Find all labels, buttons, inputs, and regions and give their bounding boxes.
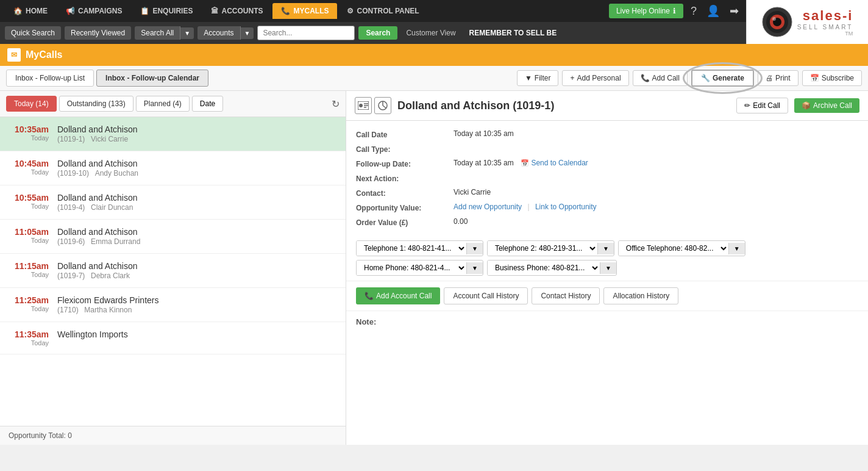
nav-item-campaigns[interactable]: 📢 CAMPAIGNS (57, 3, 130, 19)
send-to-calendar-link[interactable]: Send to Calendar (531, 159, 588, 167)
filter-tab-outstanding[interactable]: Outstanding (133) (59, 96, 133, 112)
search-all-arrow[interactable]: ▼ (180, 27, 194, 39)
call-date: Today (9, 305, 49, 312)
filter-tab-date[interactable]: Date (192, 96, 223, 112)
quick-search-button[interactable]: Quick Search (5, 26, 61, 40)
call-item[interactable]: 10:45am Today Dolland and Atchison (1019… (0, 151, 346, 185)
phone-dropdowns: Telephone 1: 480-821-41... ▼ Telephone 2… (346, 235, 868, 281)
call-item[interactable]: 11:35am Today Wellington Imports (0, 322, 346, 354)
accounts-arrow[interactable]: ▼ (241, 27, 254, 39)
forward-icon[interactable]: ➡ (727, 2, 741, 20)
nav-item-controlpanel[interactable]: ⚙ CONTROL PANEL (338, 3, 427, 19)
call-id: (1710) (57, 306, 79, 314)
call-date: Today (9, 203, 49, 210)
tab-inbox-followup-list[interactable]: Inbox - Follow-up List (6, 70, 94, 87)
call-date: Today (9, 168, 49, 176)
call-time: 11:35am (9, 329, 49, 339)
telephone1-select-wrap: Telephone 1: 480-821-41... ▼ (356, 240, 483, 256)
home-phone-arrow[interactable]: ▼ (466, 262, 483, 274)
account-graph-icon[interactable] (374, 97, 391, 114)
call-list: 10:35am Today Dolland and Atchison (1019… (0, 117, 346, 426)
nav-item-enquiries[interactable]: 📋 ENQUIRIES (132, 3, 201, 19)
opportunity-total: Opportunity Total: 0 (0, 426, 346, 445)
telephone2-select[interactable]: Telephone 2: 480-219-31... (488, 241, 597, 256)
account-card-icon[interactable] (355, 97, 372, 114)
user-icon[interactable]: 👤 (704, 2, 722, 20)
add-account-call-icon: 📞 (365, 292, 374, 300)
logo-area: sales-i SELL SMART TM (746, 0, 868, 44)
add-new-opportunity-link[interactable]: Add new Opportunity (454, 203, 522, 211)
add-account-call-button[interactable]: 📞 Add Account Call (356, 287, 440, 304)
call-date: Today (9, 134, 49, 142)
nav-item-mycalls[interactable]: 📞 MYCALLS (272, 3, 337, 19)
edit-call-button[interactable]: ✏ Edit Call (736, 98, 788, 113)
filter-tab-today[interactable]: Today (14) (6, 96, 57, 112)
add-call-icon: 📞 (641, 74, 650, 82)
call-type-label: Call Type: (356, 144, 454, 154)
call-item[interactable]: 10:35am Today Dolland and Atchison (1019… (0, 117, 346, 151)
accounts-button[interactable]: Accounts (197, 26, 240, 40)
contact-history-button[interactable]: Contact History (532, 287, 600, 304)
call-item[interactable]: 11:05am Today Dolland and Atchison (1019… (0, 220, 346, 254)
search-go-button[interactable]: Search (358, 26, 397, 40)
print-button[interactable]: 🖨 Print (758, 70, 799, 86)
office-phone-select[interactable]: Office Telephone: 480-82... (619, 241, 728, 256)
mycalls-icon: 📞 (281, 7, 290, 15)
svg-point-6 (359, 104, 363, 107)
tab-inbox-followup-calendar[interactable]: Inbox - Follow-up Calendar (96, 70, 208, 87)
telephone2-arrow[interactable]: ▼ (597, 243, 614, 254)
office-phone-arrow[interactable]: ▼ (728, 243, 745, 254)
allocation-history-button[interactable]: Allocation History (603, 287, 678, 304)
detail-title: Dolland and Atchison (1019-1) (397, 99, 730, 112)
detail-fields: Call Date Today at 10:35 am Call Type: F… (346, 121, 868, 235)
refresh-icon[interactable]: ↻ (332, 98, 340, 110)
filter-button[interactable]: ▼ Filter (517, 70, 559, 86)
link-to-opportunity-link[interactable]: Link to Opportunity (535, 203, 597, 211)
nav-item-accounts[interactable]: 🏛 ACCOUNTS (202, 3, 271, 19)
print-icon: 🖨 (766, 74, 773, 82)
call-name: Flexicom Edwards Printers (57, 295, 337, 305)
accounts-icon: 🏛 (211, 7, 218, 15)
bottom-actions: 📞 Add Account Call Account Call History … (346, 281, 868, 311)
add-personal-button[interactable]: + Add Personal (562, 70, 628, 86)
business-phone-select[interactable]: Business Phone: 480-821... (488, 261, 600, 275)
telephone1-select[interactable]: Telephone 1: 480-821-41... (357, 241, 466, 256)
call-item[interactable]: 11:15am Today Dolland and Atchison (1019… (0, 254, 346, 288)
generate-button-wrap: 🔧 Generate (691, 70, 754, 87)
search-all-button[interactable]: Search All (135, 26, 180, 40)
archive-call-button[interactable]: 📦 Archive Call (794, 98, 859, 113)
live-help-button[interactable]: Live Help Online ℹ (609, 4, 683, 18)
customer-view-button[interactable]: Customer View (401, 26, 460, 40)
generate-button[interactable]: 🔧 Generate (691, 70, 754, 87)
call-date: Today (9, 339, 49, 347)
logo-tagline: SELL SMART (797, 24, 853, 31)
enquiries-icon: 📋 (140, 7, 149, 15)
subscribe-icon: 📅 (810, 74, 819, 82)
main-content: Today (14) Outstanding (133) Planned (4)… (0, 91, 868, 445)
call-time: 11:05am (9, 227, 49, 237)
call-name: Dolland and Atchison (57, 159, 337, 168)
add-call-button[interactable]: 📞 Add Call (633, 70, 688, 86)
nav-item-home[interactable]: 🏠 HOME (5, 3, 56, 19)
subscribe-button[interactable]: 📅 Subscribe (802, 70, 862, 86)
opp-value-label: Opportunity Value: (356, 203, 454, 212)
call-time: 11:25am (9, 295, 49, 305)
svg-line-12 (383, 106, 386, 108)
logo-brand: sales-i (803, 8, 853, 24)
call-item[interactable]: 10:55am Today Dolland and Atchison (1019… (0, 185, 346, 220)
edit-icon: ✏ (744, 101, 750, 110)
account-call-history-button[interactable]: Account Call History (444, 287, 528, 304)
call-time: 10:35am (9, 124, 49, 134)
call-name: Wellington Imports (57, 329, 337, 339)
telephone1-arrow[interactable]: ▼ (466, 243, 483, 254)
home-phone-select[interactable]: Home Phone: 480-821-4... (357, 261, 466, 275)
right-panel: Dolland and Atchison (1019-1) ✏ Edit Cal… (346, 91, 868, 445)
filter-tab-planned[interactable]: Planned (4) (136, 96, 190, 112)
recently-viewed-button[interactable]: Recently Viewed (65, 26, 131, 40)
svg-point-4 (772, 17, 776, 21)
help-icon[interactable]: ? (688, 2, 699, 20)
call-person: Debra Clark (91, 271, 130, 280)
search-input[interactable] (257, 26, 355, 40)
call-item[interactable]: 11:25am Today Flexicom Edwards Printers … (0, 288, 346, 322)
business-phone-arrow[interactable]: ▼ (600, 262, 616, 274)
